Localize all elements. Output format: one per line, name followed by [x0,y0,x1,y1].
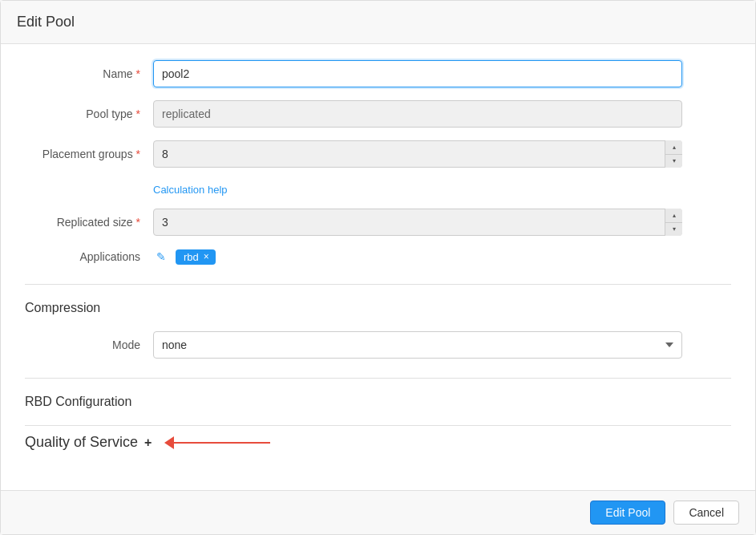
replicated-size-row: Replicated size * ▴ ▾ [25,209,731,236]
modal-footer: Edit Pool Cancel [1,490,755,534]
replicated-size-down-button[interactable]: ▾ [665,223,682,237]
pool-type-required: * [136,107,140,120]
placement-groups-required: * [136,148,140,160]
placement-groups-down-button[interactable]: ▾ [665,155,682,168]
plus-icon: + [144,436,152,449]
placement-groups-spinner-buttons: ▴ ▾ [665,140,682,168]
replicated-size-input[interactable] [153,209,682,236]
mode-row: Mode none aggressive passive force [25,331,731,359]
name-required: * [136,67,140,80]
rbd-config-section-title: RBD Configuration [25,395,731,409]
tag-remove-button[interactable]: × [204,252,209,261]
replicated-size-up-button[interactable]: ▴ [665,209,682,223]
compression-section-title: Compression [25,301,731,315]
replicated-size-required: * [136,216,140,229]
replicated-size-label: Replicated size * [25,216,153,229]
rbd-config-divider [25,378,731,379]
edit-pool-button[interactable]: Edit Pool [590,501,665,525]
placement-groups-row: Placement groups * ▴ ▾ [25,140,731,168]
name-label: Name * [25,67,153,80]
name-row: Name * [25,60,731,87]
replicated-size-spinner: ▴ ▾ [153,209,682,236]
placement-groups-up-button[interactable]: ▴ [665,140,682,155]
pool-type-select[interactable]: replicated erasure [153,100,682,128]
application-tag-rbd: rbd × [176,249,216,265]
applications-label: Applications [25,250,153,263]
calc-help-link[interactable]: Calculation help [153,184,228,196]
placement-groups-input[interactable] [153,140,682,168]
placement-groups-spinner: ▴ ▾ [153,140,682,168]
arrow-head [164,436,174,449]
compression-divider [25,284,731,285]
modal-body: Name * Pool type * replicated erasure Pl… [1,44,755,490]
modal-header: Edit Pool [1,1,755,44]
mode-select[interactable]: none aggressive passive force [153,331,682,359]
applications-row: Applications ✎ rbd × [25,249,731,265]
applications-container: ✎ rbd × [153,249,216,265]
calc-help-offset [25,180,153,196]
qos-label: Quality of Service [25,434,138,451]
arrow-annotation [164,436,270,449]
edit-pool-modal: Edit Pool Name * Pool type * replicated … [0,0,756,535]
qos-row: Quality of Service + [25,425,731,459]
pool-type-label: Pool type * [25,107,153,120]
mode-label: Mode [25,338,153,351]
replicated-size-spinner-buttons: ▴ ▾ [665,209,682,236]
arrow-line [174,442,270,444]
calc-help-row: Calculation help [25,180,731,196]
cancel-button[interactable]: Cancel [673,501,739,525]
tag-label: rbd [184,251,199,263]
applications-edit-button[interactable]: ✎ [153,249,169,265]
pencil-icon: ✎ [156,250,166,263]
modal-title: Edit Pool [17,14,739,30]
qos-add-button[interactable]: + [144,436,152,450]
name-input[interactable] [153,60,682,87]
placement-groups-label: Placement groups * [25,148,153,160]
pool-type-row: Pool type * replicated erasure [25,100,731,128]
